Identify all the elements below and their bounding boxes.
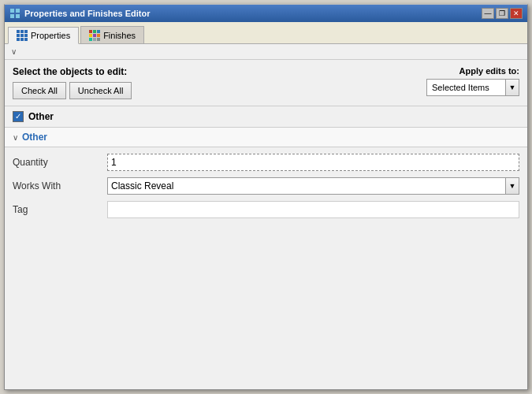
quantity-row: Quantity <box>5 151 527 174</box>
tag-label: Tag <box>13 204 107 215</box>
works-with-select[interactable]: Classic Reveal <box>107 177 505 195</box>
close-button[interactable]: ✕ <box>510 8 523 19</box>
other-checkbox-label: Other <box>28 111 54 122</box>
quantity-input[interactable] <box>107 154 519 171</box>
svg-rect-0 <box>10 9 14 13</box>
form-rows: Quantity Works With Classic Reveal ▼ Tag <box>5 147 527 225</box>
main-window: Properties and Finishes Editor — ❐ ✕ Pro… <box>4 4 528 390</box>
title-bar-left: Properties and Finishes Editor <box>9 8 151 19</box>
svg-rect-3 <box>16 14 20 18</box>
section-header: ∨ Other <box>5 128 527 147</box>
collapse-row: ∨ <box>5 44 527 60</box>
buttons-row: Check All Uncheck All <box>13 82 132 99</box>
section-title: Other <box>22 132 47 143</box>
other-checkbox[interactable]: ✓ <box>13 111 24 122</box>
minimize-button[interactable]: — <box>482 8 494 19</box>
apply-edits-section: Apply edits to: Selected Items ▼ <box>426 66 519 96</box>
check-all-button[interactable]: Check All <box>13 82 66 99</box>
apply-edits-label: Apply edits to: <box>459 66 519 76</box>
top-chevron[interactable]: ∨ <box>11 47 17 56</box>
tag-input[interactable] <box>107 201 519 218</box>
works-with-select-wrapper: Classic Reveal ▼ <box>107 177 519 195</box>
works-with-dropdown-arrow[interactable]: ▼ <box>505 177 519 195</box>
window-title: Properties and Finishes Editor <box>24 9 151 18</box>
quantity-label: Quantity <box>13 157 107 168</box>
apply-edits-dropdown-wrapper: Selected Items ▼ <box>426 79 519 96</box>
other-checkbox-row: ✓ Other <box>5 106 527 127</box>
select-label: Select the objects to edit: <box>13 66 132 77</box>
section-chevron[interactable]: ∨ <box>13 133 18 142</box>
svg-rect-2 <box>10 14 14 18</box>
checkmark-icon: ✓ <box>15 113 21 121</box>
works-with-label: Works With <box>13 180 107 191</box>
tabs-bar: Properties Finishes <box>5 22 527 44</box>
tab-properties[interactable]: Properties <box>8 27 79 44</box>
works-with-row: Works With Classic Reveal ▼ <box>5 174 527 198</box>
apply-edits-dropdown[interactable]: Selected Items <box>426 79 505 96</box>
select-left: Select the objects to edit: Check All Un… <box>13 66 132 99</box>
svg-rect-1 <box>16 9 20 13</box>
tab-properties-label: Properties <box>31 31 70 40</box>
content-area: ∨ Select the objects to edit: Check All … <box>5 44 527 389</box>
select-objects-section: Select the objects to edit: Check All Un… <box>5 60 527 106</box>
restore-button[interactable]: ❐ <box>496 8 508 19</box>
apply-edits-dropdown-arrow[interactable]: ▼ <box>505 79 519 96</box>
tab-finishes[interactable]: Finishes <box>80 26 144 43</box>
window-controls: — ❐ ✕ <box>482 8 523 19</box>
finishes-tab-icon <box>89 30 100 41</box>
form-section: ∨ Other Quantity Works With Classic Reve… <box>5 127 527 389</box>
window-icon <box>9 8 20 19</box>
uncheck-all-button[interactable]: Uncheck All <box>69 82 132 99</box>
tab-finishes-label: Finishes <box>103 31 136 40</box>
properties-tab-icon <box>17 30 28 41</box>
title-bar: Properties and Finishes Editor — ❐ ✕ <box>5 5 527 22</box>
tag-row: Tag <box>5 198 527 221</box>
